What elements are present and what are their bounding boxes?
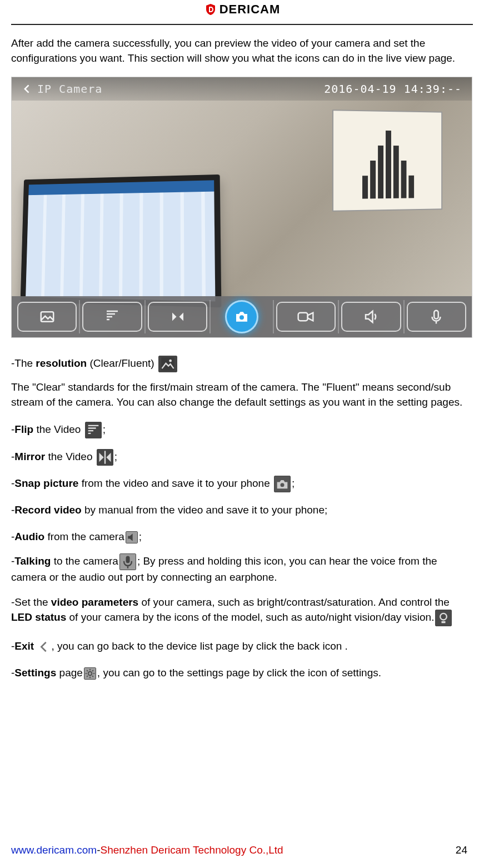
- page-header: DERICAM: [11, 1, 473, 25]
- scene-laptop: [21, 174, 222, 307]
- footer-left: www.dericam.com-Shenzhen Dericam Technol…: [11, 843, 283, 858]
- svg-rect-0: [41, 312, 53, 322]
- back-area[interactable]: IP Camera: [22, 81, 102, 97]
- screenshot-title: IP Camera: [37, 81, 102, 97]
- flip-button[interactable]: [82, 302, 142, 332]
- item-video-parameters: -Set the video parameters of your camera…: [11, 595, 473, 627]
- text: ;: [103, 423, 106, 435]
- shield-d-icon: [204, 3, 217, 16]
- text: , you can go to the settings page by cli…: [97, 667, 381, 679]
- resolution-description: The "Clear" standards for the first/main…: [11, 380, 473, 410]
- speaker-icon: [126, 531, 138, 543]
- text: page: [56, 667, 83, 679]
- text: to the camera: [51, 555, 118, 567]
- footer-url: www.dericam.com: [11, 844, 97, 856]
- record-button[interactable]: [276, 302, 336, 332]
- camera-icon: [274, 476, 291, 492]
- item-audio: -Audio from the camera ;: [11, 527, 473, 547]
- bold-text: Snap picture: [14, 477, 78, 489]
- screenshot-timestamp: 2016-04-19 14:39:--: [324, 81, 462, 97]
- item-flip: -Flip the Video ;: [11, 420, 473, 440]
- bold-text: resolution: [36, 357, 87, 369]
- mirror-button[interactable]: [148, 302, 207, 332]
- mirror-icon: [97, 449, 113, 466]
- mirror-icon: [169, 308, 186, 325]
- item-resolution: -The resolution (Clear/Fluent): [11, 353, 473, 373]
- text: -The: [11, 357, 36, 369]
- svg-point-1: [239, 315, 244, 320]
- flip-icon: [104, 308, 121, 325]
- item-mirror: -Mirror the Video ;: [11, 447, 473, 467]
- chevron-left-icon: [22, 83, 33, 94]
- bold-text: Settings: [14, 667, 56, 679]
- speaker-icon: [363, 308, 380, 325]
- text: (Clear/Fluent): [87, 357, 157, 369]
- brand-logo: DERICAM: [204, 1, 281, 18]
- resolution-toggle[interactable]: [17, 302, 77, 332]
- bold-text: video parameters: [51, 596, 138, 608]
- chevron-left-icon: [38, 641, 50, 653]
- item-record: -Record video by manual from the video a…: [11, 500, 473, 520]
- bold-text: Flip: [14, 423, 33, 435]
- scene-test-chart: [332, 109, 442, 212]
- bold-text: Talking: [14, 555, 51, 567]
- svg-rect-12: [126, 556, 129, 563]
- bold-text: Exit: [14, 640, 34, 652]
- text: [34, 640, 37, 652]
- page-number: 24: [456, 843, 467, 858]
- screenshot-toolbar: [12, 296, 472, 337]
- item-exit: -Exit , you can go back to the device li…: [11, 636, 473, 656]
- svg-point-9: [281, 483, 285, 487]
- text: by manual from the video and save it to …: [82, 504, 328, 516]
- image-icon: [39, 308, 56, 325]
- text: the Video: [33, 423, 84, 435]
- text: of your camera, such as bright/contrast/…: [138, 596, 450, 608]
- item-snap: -Snap picture from the video and save it…: [11, 473, 473, 493]
- camera-icon: [233, 308, 250, 325]
- page-footer: www.dericam.com-Shenzhen Dericam Technol…: [11, 843, 467, 858]
- video-icon: [296, 308, 315, 325]
- mic-button[interactable]: [407, 302, 466, 332]
- item-talking: -Talking to the camera ; By press and ho…: [11, 553, 473, 585]
- text: ;: [114, 451, 117, 462]
- svg-rect-3: [434, 311, 438, 319]
- text: ;: [139, 531, 142, 542]
- image-icon: [158, 356, 177, 372]
- bold-text: LED status: [11, 611, 66, 623]
- brand-text: DERICAM: [219, 1, 281, 18]
- intro-paragraph: After add the camera successfully, you c…: [11, 36, 473, 66]
- gear-icon: [84, 667, 96, 680]
- item-settings: -Settings page , you can go to the setti…: [11, 663, 473, 683]
- audio-button[interactable]: [341, 302, 401, 332]
- bold-text: Audio: [14, 531, 44, 542]
- text: the Video: [45, 451, 96, 462]
- text: from the camera: [44, 531, 124, 542]
- text: , you can go back to the device list pag…: [51, 640, 347, 652]
- svg-point-5: [169, 360, 172, 362]
- led-status-icon: [435, 610, 452, 626]
- bold-text: Mirror: [14, 451, 45, 462]
- text: from the video and save it to your phone: [78, 477, 273, 489]
- screenshot-topbar: IP Camera 2016-04-19 14:39:--: [12, 77, 472, 101]
- live-view-screenshot: IP Camera 2016-04-19 14:39:--: [11, 77, 472, 338]
- microphone-icon: [119, 553, 136, 570]
- svg-rect-13: [436, 610, 451, 626]
- text: -Set the: [11, 596, 51, 608]
- text: of your camera by the icons of the model…: [66, 611, 434, 623]
- document-page: DERICAM After add the camera successfull…: [0, 0, 484, 868]
- flip-icon: [85, 422, 102, 438]
- svg-rect-2: [298, 313, 308, 321]
- bold-text: Record video: [14, 504, 81, 516]
- snapshot-button[interactable]: [213, 302, 270, 332]
- microphone-icon: [428, 308, 445, 325]
- text: ;: [292, 477, 295, 489]
- svg-rect-4: [161, 357, 174, 370]
- footer-company: Shenzhen Dericam Technology Co.,Ltd: [100, 844, 283, 856]
